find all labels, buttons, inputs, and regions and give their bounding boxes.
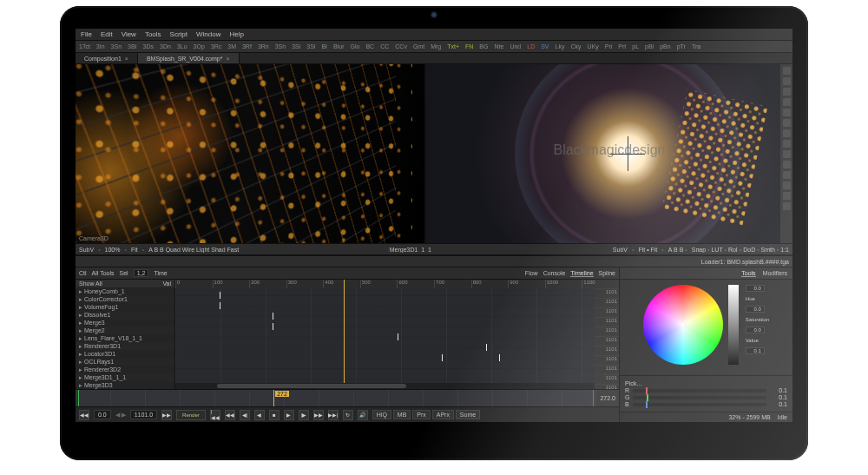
expand-icon[interactable]: ▸ xyxy=(79,382,82,388)
expand-icon[interactable]: ▸ xyxy=(79,366,82,373)
step-back-button[interactable]: ◀◀ xyxy=(225,410,235,420)
vbtn-roi[interactable]: RoI xyxy=(728,247,738,253)
menu-script[interactable]: Script xyxy=(170,30,187,38)
tool-ptr[interactable]: pTr xyxy=(677,43,686,49)
menu-help[interactable]: Help xyxy=(229,30,243,38)
vbtn-dod[interactable]: DoD xyxy=(743,247,755,253)
vt-icon[interactable] xyxy=(783,202,791,210)
expand-icon[interactable]: ▸ xyxy=(79,351,82,357)
layer-item[interactable]: ▸Merge3D3 xyxy=(76,381,174,389)
stop-button[interactable]: ■ xyxy=(269,410,279,420)
vt-icon[interactable] xyxy=(783,140,791,148)
b-value[interactable]: 0.1 xyxy=(770,401,787,407)
vbtn-lut[interactable]: LUT xyxy=(711,247,722,253)
tool-3dn[interactable]: 3Dn xyxy=(160,43,171,49)
vt-icon[interactable] xyxy=(783,181,791,189)
menu-view[interactable]: View xyxy=(122,30,136,38)
expand-icon[interactable]: ▸ xyxy=(79,343,82,349)
tool-1tct[interactable]: 1Tct xyxy=(79,43,90,49)
menu-tools[interactable]: Tools xyxy=(145,30,161,38)
next-frame-button[interactable]: |▶ xyxy=(299,410,309,420)
vt-icon[interactable] xyxy=(783,109,791,116)
expand-icon[interactable]: ▸ xyxy=(79,327,82,333)
tool-pri[interactable]: Pri xyxy=(605,43,613,49)
loop-button[interactable]: ↻ xyxy=(343,410,353,420)
expand-icon[interactable]: ▸ xyxy=(79,296,82,302)
play-rev-button[interactable]: ◀ xyxy=(254,410,265,420)
expand-icon[interactable]: ▸ xyxy=(79,288,82,294)
layer-item[interactable]: ▸Locator3D1 xyxy=(76,350,174,358)
layer-item[interactable]: ▸Merge2 xyxy=(76,327,174,334)
val-value[interactable]: 0.1 xyxy=(746,347,765,354)
tool-3op[interactable]: 3Op xyxy=(194,43,205,49)
tool-prt[interactable]: Prt xyxy=(618,43,626,49)
panel-tab-timeline[interactable]: Timeline xyxy=(570,270,593,277)
alltools-button[interactable]: All Tools xyxy=(92,270,115,276)
timebar-ruler[interactable] xyxy=(76,390,596,406)
r-slider[interactable] xyxy=(633,389,766,393)
tool-sv[interactable]: SV xyxy=(541,43,549,49)
vbtn-b[interactable]: B xyxy=(680,247,684,253)
chip-prx[interactable]: Prx xyxy=(412,410,431,419)
viewer-right[interactable]: Blackmagicdesign xyxy=(426,64,792,243)
expand-icon[interactable]: ▸ xyxy=(79,359,82,365)
insp-tab-tools[interactable]: Tools xyxy=(741,270,755,277)
tool-blur[interactable]: Blur xyxy=(333,43,344,49)
tool-tra[interactable]: Tra xyxy=(692,43,700,49)
tool-3rn[interactable]: 3Rn xyxy=(258,43,269,49)
tool-nte[interactable]: Nte xyxy=(494,43,503,49)
go-start-button[interactable]: ◀◀ xyxy=(79,410,89,420)
vt-icon[interactable] xyxy=(783,161,791,168)
play-button[interactable]: ▶ xyxy=(284,410,294,420)
panel-tab-console[interactable]: Console xyxy=(543,270,566,277)
prev-frame-button[interactable]: ◀| xyxy=(240,410,250,420)
tool-lky[interactable]: Lky xyxy=(556,43,565,49)
expand-icon[interactable]: ▸ xyxy=(79,320,82,326)
tool-3rf[interactable]: 3Rf xyxy=(242,43,252,49)
r-value[interactable]: 0.1 xyxy=(770,387,787,393)
top-value[interactable]: 0.0 xyxy=(746,285,765,292)
vbtn-b[interactable]: B xyxy=(674,247,678,253)
tool-3in[interactable]: 3In xyxy=(96,43,105,49)
expand-icon[interactable]: ▸ xyxy=(79,312,82,318)
fit-button[interactable]: Fit xyxy=(131,247,138,253)
tool-3sn[interactable]: 3Sn xyxy=(111,43,122,49)
tool-3si[interactable]: 3Si xyxy=(292,43,300,49)
vbtn-b[interactable]: B xyxy=(154,247,158,253)
layer-item[interactable]: ▸Lens_Flare_V18_1_1 xyxy=(76,334,174,342)
tool-3rc[interactable]: 3Rc xyxy=(211,43,221,49)
tool-pbn[interactable]: pBn xyxy=(660,43,670,49)
menu-edit[interactable]: Edit xyxy=(101,30,113,38)
out-point[interactable] xyxy=(593,390,594,406)
vbtn-quad[interactable]: Quad xyxy=(166,247,181,253)
vt-icon[interactable] xyxy=(783,119,791,127)
timebar-playhead[interactable] xyxy=(273,390,274,406)
expand-icon[interactable]: ▸ xyxy=(79,335,82,341)
menu-file[interactable]: File xyxy=(81,30,92,38)
tool-pbl[interactable]: pBl xyxy=(645,43,654,49)
go-end-button[interactable]: ▶▶ xyxy=(161,410,172,420)
tool-und[interactable]: Und xyxy=(510,43,521,49)
b-slider[interactable] xyxy=(633,403,766,406)
render-button[interactable]: Render xyxy=(176,410,206,420)
step-fwd-button[interactable]: ▶▶ xyxy=(313,410,324,420)
timeline-canvas[interactable]: 010020030040050060070080090010001100 110… xyxy=(175,280,619,389)
tool-fn[interactable]: FN xyxy=(465,43,473,49)
menu-window[interactable]: Window xyxy=(196,30,220,38)
layer-item[interactable]: ▸ColorCorrector1 xyxy=(76,295,174,303)
vbtn-a[interactable]: A xyxy=(668,247,672,253)
tool-3ds[interactable]: 3Ds xyxy=(143,43,154,49)
tool-glo[interactable]: Glo xyxy=(351,43,360,49)
layer-item[interactable]: ▸Dissolve1 xyxy=(76,311,174,319)
timeline-scroll-h[interactable] xyxy=(175,383,595,389)
time-ruler[interactable]: 010020030040050060070080090010001100 xyxy=(175,280,619,288)
tool-3bi[interactable]: 3BI xyxy=(128,43,137,49)
gradient-strip[interactable] xyxy=(728,285,739,365)
tool-3lo[interactable]: 3Lo xyxy=(177,43,187,49)
expand-icon[interactable]: ▸ xyxy=(79,374,82,380)
close-icon[interactable]: × xyxy=(125,56,128,62)
vt-icon[interactable] xyxy=(783,171,791,179)
tool-cky[interactable]: Cky xyxy=(570,43,581,49)
layer-item[interactable]: ▸Merge3 xyxy=(76,319,174,327)
tool-bc[interactable]: BC xyxy=(365,43,374,49)
